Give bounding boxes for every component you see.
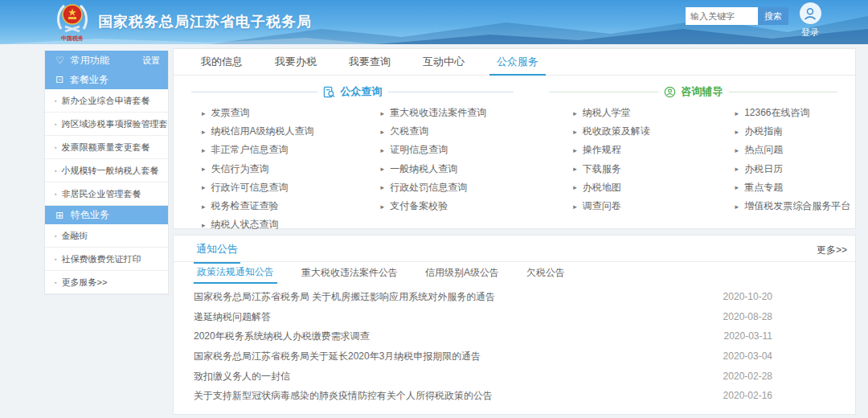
tab-query[interactable]: 我要查询	[342, 49, 398, 75]
bullet-icon: ▪	[55, 168, 56, 174]
arrow-icon: ▸	[735, 128, 739, 136]
settings-button[interactable]: 设置	[142, 55, 160, 67]
user-icon[interactable]	[800, 2, 821, 24]
link-item[interactable]: ▸热点问题	[735, 141, 855, 159]
bullet-icon: ▪	[55, 233, 56, 239]
notice-item[interactable]: 致扣缴义务人的一封信 2020-02-28	[174, 367, 855, 387]
arrow-icon: ▸	[573, 165, 577, 173]
search-button[interactable]: 搜索	[758, 7, 788, 25]
sidebar-item-more-services[interactable]: ▪ 更多服务>>	[45, 271, 168, 294]
notice-tab-major-violation[interactable]: 重大税收违法案件公告	[298, 262, 401, 284]
sidebar-item-new-enterprise[interactable]: ▪ 新办企业综合申请套餐	[45, 89, 168, 113]
notice-item-date: 2020-08-28	[723, 307, 772, 327]
link-item[interactable]: ▸重点专题	[735, 178, 855, 197]
link-item[interactable]: ▸非正常户信息查询	[202, 141, 353, 159]
arrow-icon: ▸	[735, 203, 739, 211]
search-input[interactable]	[686, 7, 758, 25]
sidebar-item-package-business[interactable]: ⊡ 套餐业务	[45, 70, 168, 89]
sidebar-item-label: 非居民企业管理套餐	[61, 188, 141, 200]
link-item[interactable]: ▸税务检查证查验	[202, 197, 353, 215]
tab-interaction-center[interactable]: 互动中心	[416, 49, 472, 75]
sidebar-item-small-scale[interactable]: ▪ 小规模转一般纳税人套餐	[45, 159, 168, 182]
sidebar-item-label: 小规模转一般纳税人套餐	[61, 165, 158, 177]
brand: 中国税务 国家税务总局江苏省电子税务局	[55, 2, 312, 42]
main-tabs: 我的信息 我要办税 我要查询 互动中心 公众服务	[174, 49, 855, 76]
section-public-query: 公众查询 ▸发票查询 ▸纳税信用A级纳税人查询 ▸非正常户信息查询 ▸失信行为查…	[174, 76, 531, 234]
consult-header: 咨询辅导	[531, 84, 855, 100]
notice-item[interactable]: 国家税务总局江苏省税务局 关于机房搬迁影响应用系统对外服务的通告 2020-10…	[174, 287, 855, 307]
headset-person-icon	[664, 86, 676, 98]
link-item[interactable]: ▸欠税查询	[381, 122, 532, 141]
notice-title-tab[interactable]: 通知公告	[194, 242, 240, 264]
tab-my-info[interactable]: 我的信息	[194, 49, 250, 75]
link-item[interactable]: ▸一般纳税人查询	[381, 160, 532, 178]
notice-item[interactable]: 递延纳税问题解答 2020-08-28	[174, 307, 855, 327]
notice-header: 通知公告 更多>>	[174, 236, 855, 262]
notice-item-date: 2020-03-11	[724, 326, 773, 346]
link-item[interactable]: ▸失信行为查询	[202, 160, 353, 178]
link-item[interactable]: ▸12366在线咨询	[735, 104, 855, 122]
sidebar-item-label: 跨区域涉税事项报验管理套餐	[61, 118, 168, 130]
grid-icon: ⊞	[55, 210, 63, 221]
link-item[interactable]: ▸下载服务	[573, 160, 693, 178]
notice-tab-policy[interactable]: 政策法规通知公告	[194, 262, 277, 284]
notice-tab-credit-a[interactable]: 信用级别A级公告	[422, 262, 502, 284]
arrow-icon: ▸	[573, 183, 577, 191]
bullet-icon: ▪	[55, 145, 56, 150]
notice-list: 国家税务总局江苏省税务局 关于机房搬迁影响应用系统对外服务的通告 2020-10…	[174, 284, 855, 406]
notice-tab-tax-arrears[interactable]: 欠税公告	[523, 262, 568, 284]
arrow-icon: ▸	[735, 109, 739, 117]
special-business-label: 特色业务	[71, 208, 109, 222]
sidebar-item-non-resident[interactable]: ▪ 非居民企业管理套餐	[45, 182, 168, 206]
notice-item[interactable]: 关于支持新型冠状病毒感染的肺炎疫情防控有关个人所得税政策的公告 2020-02-…	[174, 386, 855, 406]
link-item[interactable]: ▸调查问卷	[573, 197, 693, 215]
section-consult: 咨询辅导 ▸纳税人学堂 ▸税收政策及解读 ▸操作规程 ▸下载服务 ▸办税地图 ▸…	[531, 76, 855, 234]
link-item[interactable]: ▸发票查询	[202, 104, 353, 122]
link-item[interactable]: ▸支付备案校验	[381, 197, 532, 215]
more-link[interactable]: 更多>>	[817, 244, 847, 257]
link-item[interactable]: ▸重大税收违法案件查询	[381, 104, 532, 122]
link-item[interactable]: ▸办税日历	[735, 160, 855, 178]
notice-tabs: 政策法规通知公告 重大税收违法案件公告 信用级别A级公告 欠税公告	[174, 262, 855, 284]
link-item[interactable]: ▸税收政策及解读	[573, 122, 693, 141]
sidebar-item-common-functions[interactable]: ♡ 常用功能 设置	[45, 51, 168, 70]
notice-item-title: 国家税务总局江苏省税务局 关于机房搬迁影响应用系统对外服务的通告	[194, 291, 495, 302]
link-item[interactable]: ▸纳税人学堂	[573, 104, 693, 122]
sidebar-item-special-business[interactable]: ⊞ 特色业务	[45, 206, 168, 224]
public-query-col1: ▸发票查询 ▸纳税信用A级纳税人查询 ▸非正常户信息查询 ▸失信行为查询 ▸行政…	[174, 100, 353, 234]
link-item[interactable]: ▸操作规程	[573, 141, 693, 159]
sidebar-item-invoice-limit[interactable]: ▪ 发票限额票量变更套餐	[45, 136, 168, 159]
notice-item-title: 国家税务总局江苏省税务局关于延长2020年3月纳税申报期限的通告	[194, 350, 481, 362]
sidebar-item-social-security-print[interactable]: ▪ 社保费缴费凭证打印	[45, 248, 168, 271]
bullet-icon: ▪	[55, 98, 56, 104]
arrow-icon: ▸	[735, 183, 739, 191]
bullet-icon: ▪	[55, 280, 56, 285]
sidebar-item-label: 发票限额票量变更套餐	[61, 141, 149, 154]
login-button[interactable]: 登录	[792, 27, 828, 39]
arrow-icon: ▸	[202, 146, 206, 154]
link-item[interactable]: ▸证明信息查询	[381, 141, 532, 159]
link-item[interactable]: ▸行政处罚信息查询	[381, 178, 532, 197]
tab-public-service[interactable]: 公众服务	[489, 49, 546, 76]
link-item[interactable]: ▸纳税人状态查询	[202, 215, 353, 234]
arrow-icon: ▸	[735, 165, 739, 173]
public-query-header: 公众查询	[174, 84, 531, 100]
notice-item[interactable]: 国家税务总局江苏省税务局关于延长2020年3月纳税申报期限的通告 2020-03…	[174, 346, 855, 367]
notice-item[interactable]: 2020年税务系统纳税人办税缴费需求调查 2020-03-11	[174, 326, 855, 346]
section-title: 咨询辅导	[682, 84, 723, 99]
link-item[interactable]: ▸纳税信用A级纳税人查询	[202, 122, 353, 141]
package-icon: ⊡	[55, 74, 63, 85]
link-item[interactable]: ▸办税指南	[735, 122, 855, 141]
link-item[interactable]: ▸行政许可信息查询	[202, 178, 353, 197]
arrow-icon: ▸	[573, 109, 577, 117]
link-item[interactable]: ▸增值税发票综合服务平台	[735, 197, 855, 215]
sidebar-item-cross-region[interactable]: ▪ 跨区域涉税事项报验管理套餐	[45, 113, 168, 136]
svg-text:中国税务: 中国税务	[61, 35, 84, 42]
arrow-icon: ▸	[202, 128, 206, 136]
arrow-icon: ▸	[735, 146, 739, 154]
arrow-icon: ▸	[573, 146, 577, 154]
bullet-icon: ▪	[55, 191, 56, 197]
link-item[interactable]: ▸办税地图	[573, 178, 693, 197]
sidebar-item-financial-street[interactable]: ▪ 金融街	[45, 224, 168, 248]
tab-do-tax[interactable]: 我要办税	[268, 49, 324, 75]
